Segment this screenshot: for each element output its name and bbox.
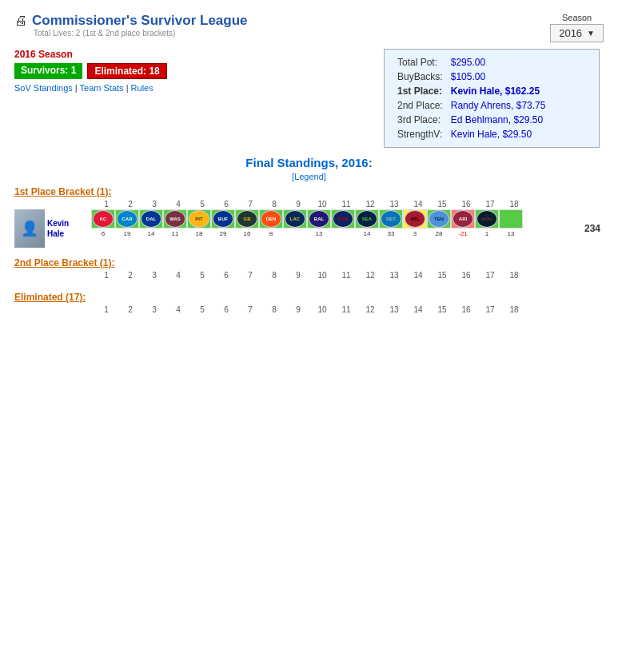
first-place-value: Kevin Hale, $162.25 bbox=[448, 85, 549, 97]
strength-label: StrengthV: bbox=[394, 128, 446, 141]
total-pot-value: $295.00 bbox=[448, 56, 549, 69]
page-title: Commissioner's Survivor League bbox=[32, 13, 248, 29]
week-numbers-row: 123456789101112131415161718 bbox=[14, 200, 604, 209]
info-box: Total Pot: $295.00 BuyBacks: $105.00 1st… bbox=[384, 49, 600, 148]
dropdown-arrow: ▼ bbox=[587, 29, 595, 38]
second-place-value: Randy Ahrens, $73.75 bbox=[448, 99, 549, 112]
status-badges: Survivors: 1 Eliminated: 18 bbox=[14, 63, 384, 79]
second-place-label: 2nd Place: bbox=[394, 99, 446, 112]
buybacks-label: BuyBacks: bbox=[394, 70, 446, 83]
print-icon[interactable]: 🖨 bbox=[14, 14, 27, 28]
buybacks-value: $105.00 bbox=[448, 70, 549, 83]
subtitle: Total Lives: 2 (1st & 2nd place brackets… bbox=[34, 29, 248, 38]
avatar: 👤 bbox=[14, 209, 45, 248]
survivors-badge: Survivors: 1 bbox=[14, 63, 82, 79]
week-numbers-row-3: 123456789101112131415161718 bbox=[14, 305, 604, 314]
player-picks: KCCARDALWASPITBUFGBDENLACBALNYGSEADETATL… bbox=[91, 209, 581, 248]
eliminated-header: Eliminated (17): bbox=[14, 292, 604, 303]
eliminated-badge: Eliminated: 18 bbox=[87, 63, 166, 79]
season-selector: Season 2016 ▼ bbox=[550, 13, 604, 42]
third-place-label: 3rd Place: bbox=[394, 113, 446, 126]
rules-link[interactable]: Rules bbox=[131, 83, 154, 93]
player-name: KevinHale bbox=[45, 209, 91, 248]
second-bracket-header[interactable]: 2nd Place Bracket (1): bbox=[14, 257, 604, 268]
season-dropdown[interactable]: 2016 ▼ bbox=[550, 24, 604, 42]
first-bracket-header[interactable]: 1st Place Bracket (1): bbox=[14, 186, 604, 197]
season-label: Season bbox=[550, 13, 604, 22]
week-numbers-row-2: 123456789101112131415161718 bbox=[14, 271, 604, 280]
total-score: 234 bbox=[581, 209, 604, 248]
team-stats-link[interactable]: Team Stats bbox=[80, 83, 124, 93]
total-pot-label: Total Pot: bbox=[394, 56, 446, 69]
standings-title: Final Standings, 2016: bbox=[14, 156, 604, 169]
third-place-value: Ed Behlmann, $29.50 bbox=[448, 113, 549, 126]
final-standings: Final Standings, 2016: [Legend] 1st Plac… bbox=[6, 151, 612, 320]
header-left: 🖨 Commissioner's Survivor League Total L… bbox=[14, 13, 248, 38]
legend-link[interactable]: [Legend] bbox=[14, 172, 604, 181]
strength-value: Kevin Hale, $29.50 bbox=[448, 128, 549, 141]
player-row: 👤 KevinHale KCCARDALWASPITBUFGBDENLACBAL… bbox=[14, 209, 604, 248]
first-place-label: 1st Place: bbox=[394, 85, 446, 97]
sov-standings-link[interactable]: SoV Standings bbox=[14, 83, 73, 93]
season-value: 2016 bbox=[559, 27, 582, 39]
